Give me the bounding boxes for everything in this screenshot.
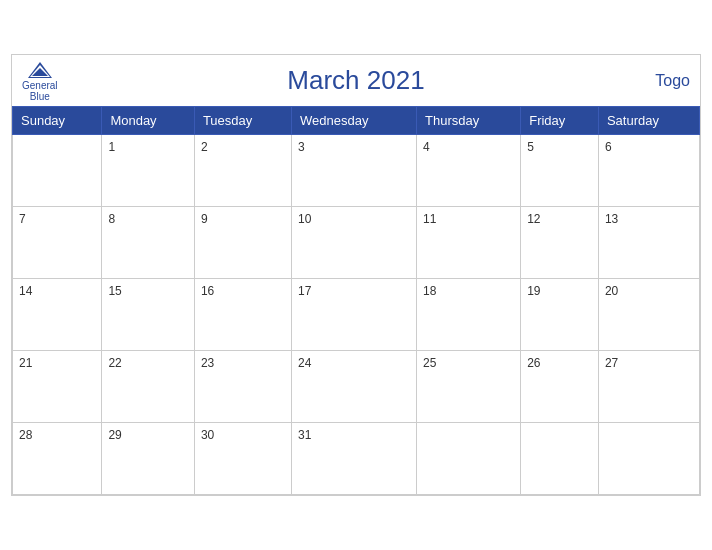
weekday-header-row: SundayMondayTuesdayWednesdayThursdayFrid…: [13, 107, 700, 135]
day-number-29: 29: [108, 428, 121, 442]
logo-text-line2: Blue: [30, 91, 50, 102]
general-blue-logo-icon: [26, 60, 54, 80]
day-number-5: 5: [527, 140, 534, 154]
week-row-2: 14151617181920: [13, 279, 700, 351]
day-number-20: 20: [605, 284, 618, 298]
weekday-header-sunday: Sunday: [13, 107, 102, 135]
week-row-0: 123456: [13, 135, 700, 207]
week-row-1: 78910111213: [13, 207, 700, 279]
weekday-header-wednesday: Wednesday: [292, 107, 417, 135]
day-number-21: 21: [19, 356, 32, 370]
day-number-11: 11: [423, 212, 436, 226]
day-number-12: 12: [527, 212, 540, 226]
day-number-1: 1: [108, 140, 115, 154]
logo-text-line1: General: [22, 80, 58, 91]
day-cell-5: 5: [521, 135, 599, 207]
day-cell-3: 3: [292, 135, 417, 207]
weekday-header-tuesday: Tuesday: [194, 107, 291, 135]
day-cell-1: 1: [102, 135, 195, 207]
day-cell-4: 4: [417, 135, 521, 207]
day-cell-18: 18: [417, 279, 521, 351]
day-cell-24: 24: [292, 351, 417, 423]
weekday-header-saturday: Saturday: [598, 107, 699, 135]
day-cell-23: 23: [194, 351, 291, 423]
day-cell-2: 2: [194, 135, 291, 207]
country-label: Togo: [655, 72, 690, 90]
day-number-19: 19: [527, 284, 540, 298]
day-cell-26: 26: [521, 351, 599, 423]
day-number-9: 9: [201, 212, 208, 226]
logo-area: General Blue: [22, 60, 58, 102]
day-cell-27: 27: [598, 351, 699, 423]
week-row-4: 28293031: [13, 423, 700, 495]
day-number-8: 8: [108, 212, 115, 226]
day-number-28: 28: [19, 428, 32, 442]
day-number-17: 17: [298, 284, 311, 298]
weekday-header-monday: Monday: [102, 107, 195, 135]
day-number-4: 4: [423, 140, 430, 154]
day-number-31: 31: [298, 428, 311, 442]
day-number-26: 26: [527, 356, 540, 370]
empty-cell: [521, 423, 599, 495]
week-row-3: 21222324252627: [13, 351, 700, 423]
day-cell-11: 11: [417, 207, 521, 279]
day-number-6: 6: [605, 140, 612, 154]
day-number-30: 30: [201, 428, 214, 442]
calendar-container: General Blue March 2021 Togo SundayMonda…: [11, 54, 701, 496]
weekday-header-thursday: Thursday: [417, 107, 521, 135]
day-number-22: 22: [108, 356, 121, 370]
day-cell-22: 22: [102, 351, 195, 423]
day-number-24: 24: [298, 356, 311, 370]
day-cell-19: 19: [521, 279, 599, 351]
day-cell-30: 30: [194, 423, 291, 495]
day-cell-21: 21: [13, 351, 102, 423]
day-cell-14: 14: [13, 279, 102, 351]
day-number-23: 23: [201, 356, 214, 370]
day-number-25: 25: [423, 356, 436, 370]
day-cell-25: 25: [417, 351, 521, 423]
day-cell-31: 31: [292, 423, 417, 495]
day-cell-29: 29: [102, 423, 195, 495]
day-number-27: 27: [605, 356, 618, 370]
weekday-header-friday: Friday: [521, 107, 599, 135]
day-number-13: 13: [605, 212, 618, 226]
day-number-18: 18: [423, 284, 436, 298]
day-cell-17: 17: [292, 279, 417, 351]
day-cell-9: 9: [194, 207, 291, 279]
day-cell-8: 8: [102, 207, 195, 279]
day-cell-15: 15: [102, 279, 195, 351]
day-number-10: 10: [298, 212, 311, 226]
day-cell-16: 16: [194, 279, 291, 351]
day-cell-7: 7: [13, 207, 102, 279]
day-number-15: 15: [108, 284, 121, 298]
calendar-grid: SundayMondayTuesdayWednesdayThursdayFrid…: [12, 106, 700, 495]
calendar-title: March 2021: [32, 65, 680, 96]
day-number-16: 16: [201, 284, 214, 298]
day-number-14: 14: [19, 284, 32, 298]
day-number-7: 7: [19, 212, 26, 226]
day-number-2: 2: [201, 140, 208, 154]
day-number-3: 3: [298, 140, 305, 154]
calendar-header: General Blue March 2021 Togo: [12, 55, 700, 106]
day-cell-12: 12: [521, 207, 599, 279]
empty-cell: [598, 423, 699, 495]
day-cell-20: 20: [598, 279, 699, 351]
day-cell-28: 28: [13, 423, 102, 495]
empty-cell: [417, 423, 521, 495]
day-cell-6: 6: [598, 135, 699, 207]
day-cell-10: 10: [292, 207, 417, 279]
empty-cell: [13, 135, 102, 207]
day-cell-13: 13: [598, 207, 699, 279]
